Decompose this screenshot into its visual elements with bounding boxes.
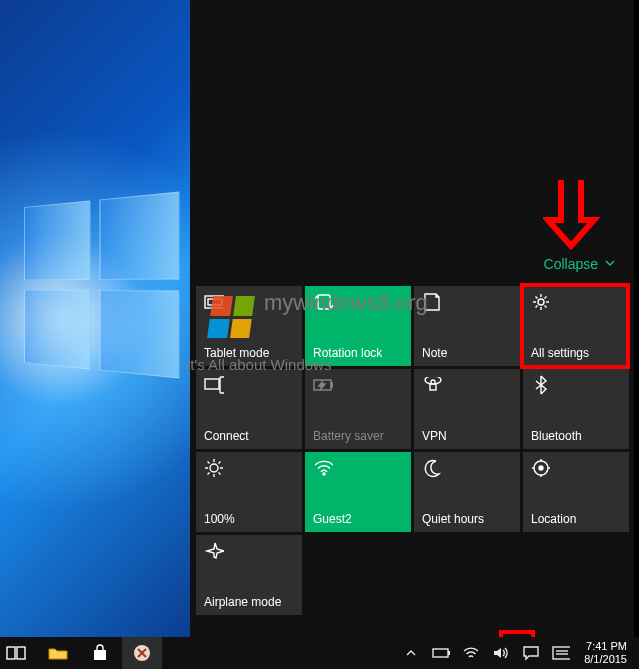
quick-action-tiles: Tablet modeRotation lockNoteAll settings…: [196, 286, 631, 615]
touch-keyboard-icon[interactable]: [552, 644, 570, 662]
taskbar: 7:41 PM 8/1/2015: [0, 637, 639, 669]
tile-vpn[interactable]: VPN: [414, 369, 520, 449]
tile-label: All settings: [531, 346, 621, 360]
taskbar-clock[interactable]: 7:41 PM 8/1/2015: [582, 640, 633, 665]
bluetooth-icon: [531, 375, 551, 395]
tile-label: Quiet hours: [422, 512, 512, 526]
svg-rect-7: [331, 383, 333, 387]
battery-saver-icon: [313, 375, 333, 395]
svg-rect-2: [318, 295, 330, 309]
connect-icon: [204, 375, 224, 395]
svg-point-12: [539, 466, 543, 470]
tile-label: Airplane mode: [204, 595, 294, 609]
action-center-tray-icon[interactable]: [522, 644, 540, 662]
tile-label: Tablet mode: [204, 346, 294, 360]
location-icon: [531, 458, 551, 478]
tile-rotation-lock[interactable]: Rotation lock: [305, 286, 411, 366]
wifi-icon: [313, 458, 333, 478]
svg-rect-17: [448, 651, 450, 655]
airplane-mode-icon: [204, 541, 224, 561]
clock-date: 8/1/2015: [584, 653, 627, 666]
desktop-wallpaper: [0, 0, 190, 637]
gear-icon: [531, 292, 551, 312]
tile-quiet-hours[interactable]: Quiet hours: [414, 452, 520, 532]
chevron-down-icon: [604, 256, 616, 272]
brightness-icon: [204, 458, 224, 478]
rotation-lock-icon: [313, 292, 333, 312]
tray-overflow-icon[interactable]: [402, 644, 420, 662]
battery-icon[interactable]: [432, 644, 450, 662]
svg-rect-13: [7, 647, 15, 659]
snipping-tool-button[interactable]: [122, 637, 162, 669]
tile-label: Rotation lock: [313, 346, 403, 360]
svg-rect-14: [17, 647, 25, 659]
tile-tablet-mode[interactable]: Tablet mode: [196, 286, 302, 366]
tile-label: Location: [531, 512, 621, 526]
tile-label: Battery saver: [313, 429, 403, 443]
tile-100-[interactable]: 100%: [196, 452, 302, 532]
tile-guest2[interactable]: Guest2: [305, 452, 411, 532]
clock-time: 7:41 PM: [584, 640, 627, 653]
collapse-label: Collapse: [544, 256, 598, 272]
taskview-button[interactable]: [0, 637, 36, 669]
svg-point-3: [538, 299, 544, 305]
tile-all-settings[interactable]: All settings: [523, 286, 629, 366]
store-button[interactable]: [80, 637, 120, 669]
tile-note[interactable]: Note: [414, 286, 520, 366]
note-icon: [422, 292, 442, 312]
svg-rect-16: [433, 649, 448, 657]
tile-connect[interactable]: Connect: [196, 369, 302, 449]
right-edge-strip: [634, 0, 639, 637]
action-center-panel: Collapse Tablet modeRotation lockNoteAll…: [190, 0, 634, 637]
quiet-hours-icon: [422, 458, 442, 478]
tile-airplane-mode[interactable]: Airplane mode: [196, 535, 302, 615]
tile-location[interactable]: Location: [523, 452, 629, 532]
svg-rect-18: [553, 647, 570, 659]
svg-rect-8: [430, 384, 436, 390]
tile-label: 100%: [204, 512, 294, 526]
file-explorer-button[interactable]: [38, 637, 78, 669]
svg-rect-1: [208, 299, 222, 305]
tile-label: VPN: [422, 429, 512, 443]
svg-rect-4: [205, 379, 219, 389]
svg-point-10: [323, 473, 325, 475]
tablet-mode-icon: [204, 292, 224, 312]
windows-logo: [24, 192, 179, 379]
vpn-icon: [422, 375, 442, 395]
svg-point-9: [210, 464, 218, 472]
volume-icon[interactable]: [492, 644, 510, 662]
tile-label: Connect: [204, 429, 294, 443]
tile-label: Note: [422, 346, 512, 360]
svg-rect-5: [220, 377, 224, 393]
wifi-tray-icon[interactable]: [462, 644, 480, 662]
tile-battery-saver[interactable]: Battery saver: [305, 369, 411, 449]
system-tray: 7:41 PM 8/1/2015: [402, 637, 639, 669]
tile-label: Bluetooth: [531, 429, 621, 443]
tile-label: Guest2: [313, 512, 403, 526]
tile-bluetooth[interactable]: Bluetooth: [523, 369, 629, 449]
collapse-button[interactable]: Collapse: [544, 256, 616, 272]
